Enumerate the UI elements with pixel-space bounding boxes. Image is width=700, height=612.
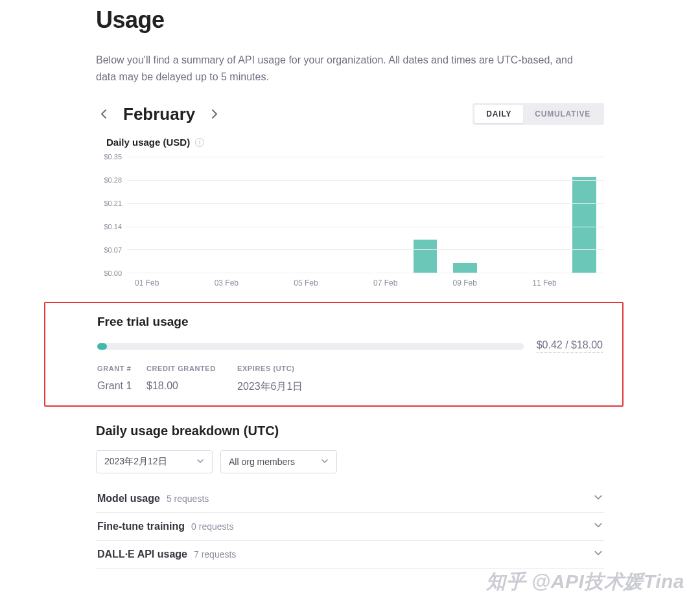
x-tick <box>405 278 445 288</box>
gridline <box>127 227 604 227</box>
breakdown-count: 7 requests <box>194 549 236 560</box>
bar-slot <box>246 157 286 273</box>
x-tick: 01 Feb <box>127 278 167 288</box>
chevron-down-icon <box>594 521 603 532</box>
prev-month-button[interactable] <box>96 106 111 122</box>
info-icon[interactable]: i <box>195 138 204 147</box>
y-tick: $0.35 <box>104 153 122 161</box>
breakdown-row[interactable]: Fine-tune training0 requests <box>96 513 604 541</box>
grant-cell: Grant 1 <box>97 380 146 394</box>
breakdown-name: Fine-tune training <box>97 521 185 532</box>
bar[interactable] <box>572 177 596 273</box>
bar[interactable] <box>414 240 438 273</box>
y-tick: $0.00 <box>104 269 122 277</box>
breakdown-count: 0 requests <box>191 521 233 532</box>
x-tick <box>246 278 286 288</box>
chevron-down-icon <box>594 549 603 560</box>
grant-header: GRANT # <box>97 365 146 372</box>
free-trial-value: $0.42 / $18.00 <box>537 339 603 353</box>
page-title: Usage <box>96 6 604 34</box>
expires-cell: 2023年6月1日 <box>237 380 367 394</box>
view-tabs: DAILY CUMULATIVE <box>472 103 604 125</box>
chart-title: Daily usage (USD) <box>106 137 190 148</box>
chevron-left-icon <box>100 109 107 119</box>
bar-slot <box>405 157 445 273</box>
next-month-button[interactable] <box>207 106 222 122</box>
y-tick: $0.21 <box>104 199 122 207</box>
month-nav: February <box>96 104 222 124</box>
expires-header: EXPIRES (UTC) <box>237 365 367 372</box>
bar-slot <box>127 157 167 273</box>
chevron-right-icon <box>211 109 218 119</box>
bar-slot <box>326 157 366 273</box>
bar-slot <box>167 157 206 273</box>
watermark: 知乎 @API技术媛Tina <box>486 569 684 595</box>
month-label: February <box>123 104 195 124</box>
bar[interactable] <box>453 263 477 273</box>
member-select-value: All org members <box>229 457 295 467</box>
x-tick: 09 Feb <box>445 278 485 288</box>
y-tick: $0.14 <box>104 223 122 231</box>
gridline <box>127 203 604 204</box>
chevron-down-icon <box>321 457 329 467</box>
y-tick: $0.07 <box>104 246 122 254</box>
bar-slot <box>565 157 604 273</box>
tab-daily[interactable]: DAILY <box>474 105 523 123</box>
gridline <box>127 249 604 250</box>
credit-header: CREDIT GRANTED <box>146 365 237 372</box>
x-tick <box>565 278 604 288</box>
gridline <box>127 157 604 157</box>
page-description: Below you'll find a summary of API usage… <box>96 52 576 85</box>
y-tick: $0.28 <box>104 176 122 184</box>
bar-slot <box>524 157 564 273</box>
x-tick: 07 Feb <box>366 278 405 288</box>
free-trial-progress <box>97 343 524 350</box>
bar-slot <box>445 157 485 273</box>
x-tick <box>485 278 524 288</box>
bar-slot <box>286 157 325 273</box>
bar-slot <box>366 157 405 273</box>
breakdown-title: Daily usage breakdown (UTC) <box>96 424 604 438</box>
breakdown-count: 5 requests <box>167 493 209 504</box>
breakdown-name: Model usage <box>97 493 160 504</box>
breakdown-name: DALL·E API usage <box>97 549 187 560</box>
free-trial-title: Free trial usage <box>97 315 603 329</box>
x-tick: 05 Feb <box>286 278 325 288</box>
free-trial-progress-fill <box>97 343 107 350</box>
credit-cell: $18.00 <box>146 380 237 394</box>
chevron-down-icon <box>196 457 204 467</box>
x-tick <box>167 278 206 288</box>
chevron-down-icon <box>594 493 603 504</box>
breakdown-row[interactable]: DALL·E API usage7 requests <box>96 541 604 569</box>
x-tick: 11 Feb <box>524 278 564 288</box>
tab-cumulative[interactable]: CUMULATIVE <box>523 105 602 123</box>
free-trial-section: Free trial usage $0.42 / $18.00 GRANT # … <box>44 302 624 407</box>
x-tick <box>326 278 366 288</box>
date-select-value: 2023年2月12日 <box>104 456 167 468</box>
daily-usage-chart: Daily usage (USD) i $0.35$0.28$0.21$0.14… <box>96 137 604 286</box>
gridline <box>127 180 604 181</box>
date-select[interactable]: 2023年2月12日 <box>96 450 213 473</box>
member-select[interactable]: All org members <box>220 450 337 473</box>
bar-slot <box>207 157 246 273</box>
bar-slot <box>485 157 524 273</box>
breakdown-row[interactable]: Model usage5 requests <box>96 485 604 513</box>
x-tick: 03 Feb <box>207 278 246 288</box>
